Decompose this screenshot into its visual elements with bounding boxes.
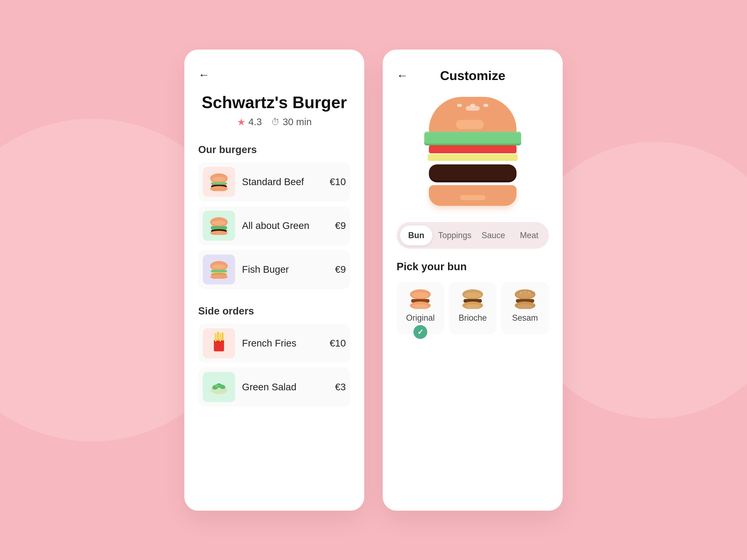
tab-sauce[interactable]: Sauce [477,225,509,245]
restaurant-meta: ★ 4.3 ⏱ 30 min [198,116,351,128]
standard-beef-img [203,167,235,197]
screen1-card: ← Schwartz's Burger ★ 4.3 ⏱ 30 min Our b… [184,50,364,511]
svg-rect-8 [211,226,227,230]
tab-toppings[interactable]: Toppings [436,225,473,245]
svg-point-35 [413,304,428,309]
menu-item-all-green[interactable]: All about Green €9 [198,206,351,245]
customize-header: ← Customize [396,68,549,83]
fish-burger-info: Fish Buger [242,264,328,275]
svg-rect-22 [220,333,221,342]
sides-section-title: Side orders [198,305,351,317]
clock-icon: ⏱ [271,117,280,127]
bun-top [429,97,517,134]
back-button-2[interactable]: ← [396,69,408,82]
cheese-layer [428,154,518,161]
star-icon: ★ [237,116,246,128]
tab-meat[interactable]: Meat [513,225,545,245]
bun-options: Original ✓ Brioche [396,282,549,334]
tomato-layer [429,145,517,153]
fish-burger-price: €9 [335,264,346,275]
seed-3 [483,104,488,107]
fries-price: €10 [330,338,346,349]
burger-illustration [396,97,549,206]
fish-burger-img [203,255,235,285]
svg-point-1 [212,177,226,182]
original-bun-name: Original [406,313,435,323]
salad-info: Green Salad [242,381,328,393]
svg-point-44 [524,291,526,292]
fries-img [203,328,235,358]
original-check: ✓ [413,325,427,339]
customize-title: Customize [440,68,505,83]
all-green-price: €9 [335,220,346,231]
fish-burger-name: Fish Buger [242,264,328,275]
tab-bun[interactable]: Bun [400,225,432,245]
menu-item-standard-beef[interactable]: Standard Beef €10 [198,162,351,202]
svg-point-32 [412,292,429,298]
bun-bottom-layer [429,185,517,206]
sesam-bun-name: Sesam [512,313,538,323]
sides-list: French Fries €10 [198,324,351,407]
brioche-bun-img [459,289,487,310]
fries-info: French Fries [242,338,323,349]
burgers-section-title: Our burgers [198,144,351,155]
svg-point-37 [464,292,481,298]
bun-option-original[interactable]: Original ✓ [396,282,444,334]
svg-point-7 [212,221,226,225]
salad-name: Green Salad [242,381,328,393]
original-bun-img [407,289,434,310]
standard-beef-info: Standard Beef [242,176,323,187]
patty-layer [429,164,517,181]
salad-price: €3 [335,381,346,393]
all-green-img [203,211,235,241]
fries-name: French Fries [242,338,323,349]
salad-img [203,372,235,402]
all-green-name: All about Green [242,220,328,231]
burgers-list: Standard Beef €10 All ab [198,162,351,289]
brioche-bun-name: Brioche [459,313,487,323]
svg-point-13 [212,264,226,269]
bun-top-layer [429,97,517,134]
menu-item-salad[interactable]: Green Salad €3 [198,368,351,407]
all-green-info: All about Green [242,220,328,231]
menu-item-fish-burger[interactable]: Fish Buger €9 [198,250,351,289]
svg-rect-20 [215,333,216,342]
time-display: ⏱ 30 min [271,116,312,128]
rating-display: ★ 4.3 [237,116,262,128]
seed-1 [457,104,462,107]
bun-seeds [457,104,488,107]
standard-beef-name: Standard Beef [242,176,323,187]
lettuce-layer [424,133,521,144]
bun-option-sesam[interactable]: Sesam [501,282,549,334]
screen2-card: ← Customize Bun [383,50,563,511]
back-button-1[interactable]: ← [198,68,210,81]
svg-rect-23 [222,332,224,341]
category-tabs: Bun Toppings Sauce Meat [396,222,549,249]
standard-beef-price: €10 [330,176,346,187]
bun-option-brioche[interactable]: Brioche [449,282,497,334]
sesam-bun-img [511,289,539,310]
menu-item-fries[interactable]: French Fries €10 [198,324,351,363]
svg-point-48 [518,304,533,309]
time-value: 30 min [283,116,312,128]
seed-2 [470,104,475,107]
svg-rect-2 [211,182,227,185]
svg-rect-14 [211,270,227,272]
svg-point-40 [465,304,480,309]
restaurant-title: Schwartz's Burger [198,93,351,112]
pick-bun-label: Pick your bun [396,260,549,273]
rating-value: 4.3 [249,116,262,128]
svg-rect-21 [217,332,219,341]
screens-container: ← Schwartz's Burger ★ 4.3 ⏱ 30 min Our b… [184,50,563,511]
svg-point-42 [517,292,533,298]
